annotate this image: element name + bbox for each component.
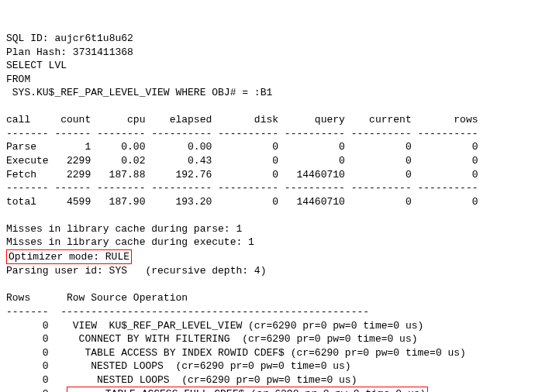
plan-hash-value: 3731411368	[73, 46, 133, 58]
sql-from: FROM	[6, 74, 30, 85]
sql-id-label: SQL ID:	[6, 33, 54, 44]
stats-divider: ------- ------ -------- ---------- -----…	[6, 182, 478, 194]
miss-exec: Misses in library cache during execute: …	[6, 236, 254, 248]
plan-header: Rows Row Source Operation	[6, 292, 188, 304]
plan-hash-label: Plan Hash:	[6, 46, 73, 58]
plan-divider: ------- --------------------------------…	[6, 306, 369, 318]
plan-line-highlight: TABLE ACCESS FULL CDEF$ (cr=6290 pr=0 pw…	[67, 387, 428, 392]
parsing-user: Parsing user id: SYS (recursive depth: 4…	[6, 265, 266, 277]
sql-id-value: aujcr6t1u8u62	[54, 33, 133, 44]
stats-total-row: total 4599 187.90 193.20 0 14460710 0 0	[6, 196, 478, 208]
sql-select: SELECT LVL	[6, 60, 67, 71]
stats-header-row: call count cpu elapsed disk query curren…	[6, 114, 478, 126]
sql-where: SYS.KU$_REF_PAR_LEVEL_VIEW WHERE OBJ# = …	[6, 87, 272, 98]
stats-divider: ------- ------ -------- ---------- -----…	[6, 128, 478, 139]
miss-parse: Misses in library cache during parse: 1	[6, 223, 242, 235]
plan-body: 0 VIEW KU$_REF_PAR_LEVEL_VIEW (cr=6290 p…	[6, 320, 526, 392]
optimizer-mode: Optimizer mode: RULE	[6, 249, 132, 265]
stats-data-rows: Parse 1 0.00 0.00 0 0 0 0 Execute 2299 0…	[6, 141, 478, 180]
